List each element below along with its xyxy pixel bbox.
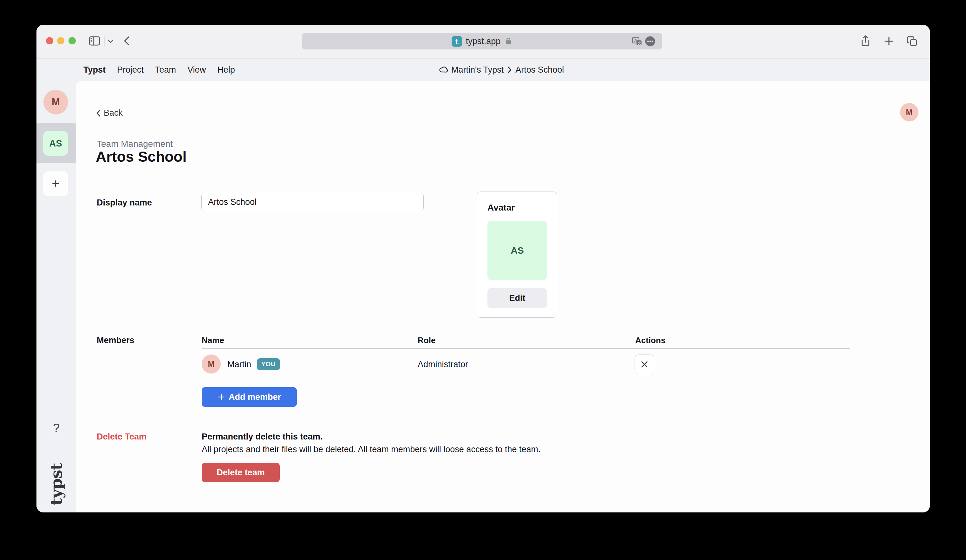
rail-user-initial: M [52,96,60,108]
typst-app-page: Typst Project Team View Help Martin's Ty… [36,59,930,512]
site-favicon: t [452,36,462,47]
breadcrumb-current[interactable]: Artos School [515,65,564,75]
cloud-icon [438,65,448,74]
new-tab-button[interactable] [882,35,895,48]
share-button[interactable] [859,34,872,48]
sidebar-toggle-button[interactable] [88,34,101,47]
menu-item-team[interactable]: Team [155,65,176,75]
avatar-card: Avatar AS Edit [476,192,557,318]
question-mark-icon: ? [53,421,60,435]
rail-team-avatar-artos-school[interactable]: AS [43,131,68,156]
plus-icon: + [52,176,60,192]
page-title: Artos School [96,148,186,165]
rail-team-initials: AS [49,138,62,149]
close-window-button[interactable] [46,37,53,44]
toolbar-divider [104,36,105,46]
team-avatar-initials: AS [511,245,524,256]
chevron-left-icon [96,109,101,117]
column-header-name: Name [202,335,224,345]
minimize-window-button[interactable] [57,37,64,44]
plus-icon [884,36,894,46]
lock-icon [504,37,513,45]
back-label: Back [104,108,123,118]
favicon-letter: t [455,37,458,46]
menu-item-project[interactable]: Project [117,65,144,75]
edit-avatar-button[interactable]: Edit [488,288,547,308]
member-name: Martin [227,360,251,370]
back-link[interactable]: Back [96,108,123,118]
display-name-input[interactable] [201,193,424,211]
sidebar-menu-button[interactable] [107,38,115,45]
add-member-button[interactable]: Add member [202,387,297,407]
delete-team-button[interactable]: Delete team [202,463,280,482]
delete-team-description: All projects and their files will be del… [202,445,540,455]
section-eyebrow: Team Management [97,139,173,149]
help-button[interactable]: ? [36,421,76,435]
members-label: Members [97,335,135,345]
address-bar[interactable]: t typst.app A 文 [302,33,662,49]
svg-text:文: 文 [638,41,642,45]
chevron-left-icon [124,36,130,46]
breadcrumb: Martin's Typst Artos School [438,59,564,81]
user-menu-initial: M [906,108,913,117]
member-initial: M [208,360,215,369]
menu-item-typst[interactable]: Typst [84,65,105,75]
member-role: Administrator [418,360,468,370]
url-text: typst.app [466,36,501,46]
rail-user-avatar[interactable]: M [43,90,68,115]
you-badge: YOU [257,358,280,370]
history-back-button[interactable] [121,34,132,48]
typst-wordmark: typst [47,463,66,505]
delete-team-heading: Permanently delete this team. [202,432,322,442]
menu-item-help[interactable]: Help [217,65,235,75]
page-settings-icon[interactable] [645,36,655,46]
team-avatar-preview: AS [488,221,547,280]
team-management-panel: Back M Team Management Artos School Disp… [76,81,930,512]
chevron-right-icon [507,66,512,74]
column-header-actions: Actions [635,335,665,345]
add-team-button[interactable]: + [43,171,68,196]
team-rail: M AS + ? typst [36,81,76,512]
member-avatar: M [202,355,221,374]
tabs-icon [907,36,917,47]
display-name-label: Display name [97,198,152,208]
close-icon [640,360,649,368]
translate-icon[interactable]: A 文 [632,37,642,46]
column-header-role: Role [418,335,435,345]
app-menu-bar: Typst Project Team View Help [84,59,235,81]
breadcrumb-workspace[interactable]: Martin's Typst [451,65,504,75]
tab-overview-button[interactable] [905,35,919,48]
chevron-down-icon [108,39,113,43]
remove-member-button[interactable] [634,355,654,374]
sidebar-toggle-icon [89,36,100,46]
table-header-divider [202,348,850,348]
share-icon [861,35,871,47]
plus-icon [218,393,225,401]
browser-toolbar: t typst.app A 文 [36,25,930,59]
zoom-window-button[interactable] [69,37,76,44]
user-menu-avatar[interactable]: M [900,103,918,122]
menu-item-view[interactable]: View [187,65,206,75]
app-header: Typst Project Team View Help Martin's Ty… [36,59,930,81]
add-member-label: Add member [228,392,281,402]
browser-window: t typst.app A 文 [36,25,930,512]
avatar-card-title: Avatar [488,203,515,213]
delete-team-section-label: Delete Team [97,432,146,442]
